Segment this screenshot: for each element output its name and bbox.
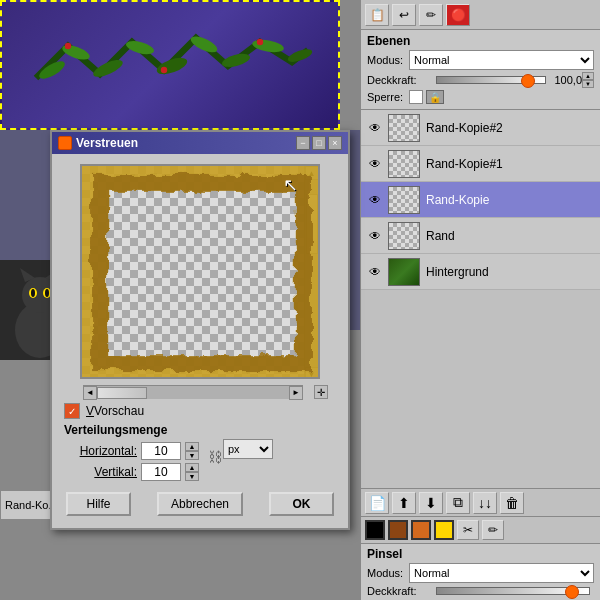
svg-point-9 [65, 43, 71, 49]
top-toolbar: 📋 ↩ ✏ 🔴 [361, 0, 600, 30]
scroll-left-btn[interactable] [83, 386, 97, 400]
pinsel-deckkraft-slider[interactable] [436, 587, 590, 595]
thumb-checker-2 [389, 151, 419, 177]
vorschau-checkbox[interactable]: ✓ [64, 403, 80, 419]
dialog-min-btn[interactable]: − [296, 136, 310, 150]
layer-thumb-2 [388, 150, 420, 178]
toolbar-btn-2[interactable]: ↩ [392, 4, 416, 26]
vertical-spin-up[interactable]: ▲ [185, 463, 199, 472]
horizontal-input[interactable] [141, 442, 181, 460]
vertical-spin: ▲ ▼ [185, 463, 199, 481]
layer-item-rand-kopie[interactable]: 👁 Rand-Kopie [361, 182, 600, 218]
color-swatch-brown[interactable] [388, 520, 408, 540]
toolbar-btn-3[interactable]: ✏ [419, 4, 443, 26]
eye-icon-5[interactable]: 👁 [365, 262, 385, 282]
vertical-spin-down[interactable]: ▼ [185, 472, 199, 481]
deckkraft-row: Deckkraft: 100,0 ▲ ▼ [367, 72, 594, 88]
deckkraft-slider[interactable] [436, 76, 546, 84]
layer-down-btn[interactable]: ⬇ [419, 492, 443, 514]
color-swatch-yellow[interactable] [434, 520, 454, 540]
vorschau-label: VVorschau [86, 404, 144, 418]
color-swatch-black[interactable] [365, 520, 385, 540]
eye-icon-2[interactable]: 👁 [365, 154, 385, 174]
canvas-image [0, 0, 340, 130]
deckkraft-spin: ▲ ▼ [582, 72, 594, 88]
brush-tool-scissor[interactable]: ✂ [457, 520, 479, 540]
pinsel-deckkraft-thumb[interactable] [565, 585, 579, 599]
verstreuen-dialog: Verstreuen − □ × ↖ [50, 130, 350, 530]
deckkraft-spin-down[interactable]: ▼ [582, 80, 594, 88]
button-row: Hilfe Abbrechen OK [66, 492, 334, 516]
ebenen-title: Ebenen [367, 34, 410, 48]
hilfe-button[interactable]: Hilfe [66, 492, 131, 516]
pinsel-modus-select[interactable]: Normal [409, 563, 594, 583]
layer-merge-btn[interactable]: ↓↓ [473, 492, 497, 514]
h-scroll-row: ✛ [73, 385, 328, 399]
pinsel-section: Pinsel Modus: Normal Deckkraft: [361, 544, 600, 600]
eye-icon-4[interactable]: 👁 [365, 226, 385, 246]
dialog-controls: − □ × [296, 136, 342, 150]
dialog-body: ↖ [52, 154, 348, 528]
ok-button[interactable]: OK [269, 492, 334, 516]
inputs-area: Horizontal: ▲ ▼ Vertikal: ▲ ▼ [64, 439, 336, 484]
link-icon[interactable]: ⛓ [207, 439, 223, 475]
vorschau-row: ✓ VVorschau [64, 403, 336, 419]
layer-item-rand[interactable]: 👁 Rand [361, 218, 600, 254]
layer-name-1: Rand-Kopie#2 [426, 121, 503, 135]
thumb-checker-4 [389, 223, 419, 249]
eye-icon-3[interactable]: 👁 [365, 190, 385, 210]
modus-select[interactable]: Normal [409, 50, 594, 70]
pinsel-deckkraft-label: Deckkraft: [367, 585, 432, 597]
layer-name-3: Rand-Kopie [426, 193, 489, 207]
sperre-row: Sperre: 🔒 [367, 90, 594, 104]
thumb-green-5 [389, 259, 419, 285]
layer-name-2: Rand-Kopie#1 [426, 157, 503, 171]
abbrechen-button[interactable]: Abbrechen [157, 492, 243, 516]
vertical-input[interactable] [141, 463, 181, 481]
horizontal-spin-down[interactable]: ▼ [185, 451, 199, 460]
eye-icon-1[interactable]: 👁 [365, 118, 385, 138]
layer-add-btn[interactable]: 📄 [365, 492, 389, 514]
pinsel-header-row: Pinsel [367, 547, 594, 561]
layer-item-rand-kopie1[interactable]: 👁 Rand-Kopie#1 [361, 146, 600, 182]
layer-item-hintergrund[interactable]: 👁 Hintergrund [361, 254, 600, 290]
toolbar-btn-1[interactable]: 📋 [365, 4, 389, 26]
scroll-right-btn[interactable] [289, 386, 303, 400]
layer-duplicate-btn[interactable]: ⧉ [446, 492, 470, 514]
color-swatch-orange[interactable] [411, 520, 431, 540]
layer-thumb-4 [388, 222, 420, 250]
layer-up-btn[interactable]: ⬆ [392, 492, 416, 514]
dialog-titlebar: Verstreuen − □ × [52, 132, 348, 154]
dialog-max-btn[interactable]: □ [312, 136, 326, 150]
svg-point-19 [31, 289, 35, 297]
layer-delete-btn[interactable]: 🗑 [500, 492, 524, 514]
section-title: Verteilungsmenge [64, 423, 336, 437]
sperre-checkbox[interactable] [409, 90, 423, 104]
preview-scrollbar-bottom [83, 385, 303, 399]
unit-select[interactable]: px [223, 439, 273, 459]
layer-thumb-1 [388, 114, 420, 142]
dialog-icon [58, 136, 72, 150]
horizontal-spin-up[interactable]: ▲ [185, 442, 199, 451]
ebenen-section: Ebenen Modus: Normal Deckkraft: 100,0 ▲ … [361, 30, 600, 109]
toolbar-btn-4[interactable]: 🔴 [446, 4, 470, 26]
svg-rect-22 [98, 182, 302, 361]
deckkraft-thumb[interactable] [521, 74, 535, 88]
layer-thumb-3 [388, 186, 420, 214]
thumb-checker-3 [389, 187, 419, 213]
deckkraft-spin-up[interactable]: ▲ [582, 72, 594, 80]
layer-item-rand-kopie2[interactable]: 👁 Rand-Kopie#2 [361, 110, 600, 146]
brush-tool-pen[interactable]: ✏ [482, 520, 504, 540]
layer-name-5: Hintergrund [426, 265, 489, 279]
deckkraft-value: 100,0 [550, 74, 582, 86]
scroll-thumb-h[interactable] [97, 387, 147, 399]
move-icon[interactable]: ✛ [314, 385, 328, 399]
ebenen-header-row: Ebenen [367, 34, 594, 48]
preview-area [80, 164, 320, 379]
deckkraft-label: Deckkraft: [367, 74, 432, 86]
sperre-label: Sperre: [367, 91, 403, 103]
vertical-row: Vertikal: ▲ ▼ [72, 463, 199, 481]
sperre-lock-icon[interactable]: 🔒 [426, 90, 444, 104]
layer-thumb-5 [388, 258, 420, 286]
dialog-close-btn[interactable]: × [328, 136, 342, 150]
